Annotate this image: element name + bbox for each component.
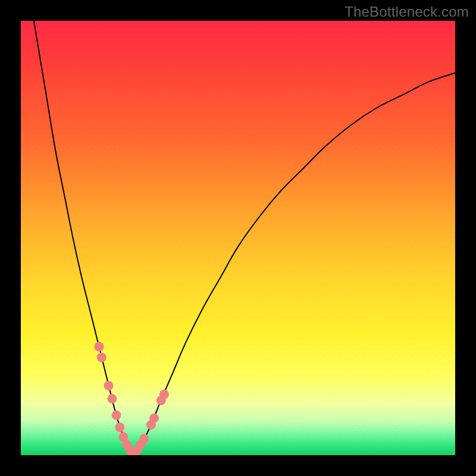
curve-left [34, 21, 134, 455]
marker-dot [112, 411, 121, 420]
curve-right [134, 73, 455, 455]
marker-dot [159, 390, 169, 399]
marker-dot [149, 414, 159, 423]
marker-dot [139, 434, 149, 443]
marker-group [94, 342, 169, 456]
marker-dot [97, 353, 107, 362]
marker-dot [94, 342, 104, 352]
chart-frame: TheBottleneck.com [0, 0, 476, 476]
marker-dot [115, 422, 124, 432]
marker-dot [107, 394, 117, 403]
plot-area [21, 21, 455, 455]
marker-dot [104, 381, 113, 390]
curve-svg [21, 21, 455, 455]
watermark-text: TheBottleneck.com [345, 4, 469, 20]
